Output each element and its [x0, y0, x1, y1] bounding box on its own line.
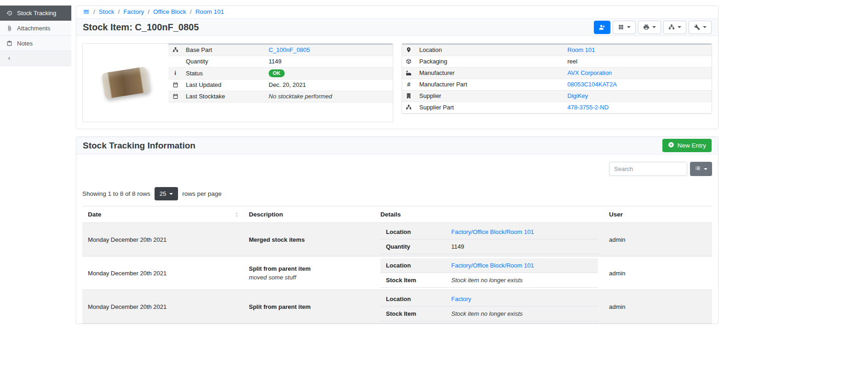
stock-item-panel: / Stock / Factory / Office Block / Room … — [76, 6, 719, 129]
column-select-button[interactable] — [690, 162, 712, 176]
column-header-user[interactable]: User — [604, 206, 712, 223]
new-entry-button[interactable]: New Entry — [662, 139, 712, 152]
breadcrumb-link-room-101[interactable]: Room 101 — [195, 8, 224, 15]
detail-row: Stock Item Stock item no longer exists — [380, 307, 598, 321]
detail-label: Stock Item — [380, 307, 446, 321]
sidebar: Stock Tracking Attachments Notes — [0, 6, 71, 66]
location-link[interactable]: Room 101 — [568, 46, 595, 53]
user-actions-button[interactable] — [594, 21, 610, 34]
sitemap-icon — [406, 104, 412, 111]
breadcrumb-link-factory[interactable]: Factory — [123, 8, 144, 15]
detail-location-link[interactable]: Factory/Office Block/Room 101 — [451, 228, 534, 235]
table-row: Monday December 20th 2021 Split from par… — [82, 256, 712, 290]
detail-row: Stock Item Stock item no longer exists — [380, 273, 598, 288]
tracking-description: Split from parent item — [249, 265, 369, 272]
kv-row-last-stocktake: Last Stocktake No stocktake performed — [168, 91, 393, 102]
quantity-value: 1149 — [265, 56, 393, 67]
menu-icon[interactable] — [83, 8, 90, 15]
tracking-user: admin — [604, 256, 712, 290]
kv-label: Packaging — [416, 56, 564, 67]
last-stocktake-value: No stocktake performed — [265, 91, 393, 102]
manufacturer-part-link[interactable]: 08053C104KAT2A — [568, 81, 617, 88]
kv-row-manufacturer-part: # Manufacturer Part 08053C104KAT2A — [402, 79, 712, 90]
sitemap-icon — [172, 46, 178, 53]
sidebar-item-attachments[interactable]: Attachments — [0, 21, 71, 36]
chevron-down-icon — [652, 26, 656, 28]
part-image[interactable] — [83, 44, 168, 122]
kv-row-last-updated: Last Updated Dec. 20, 2021 — [168, 79, 393, 91]
page-title: Stock Item: C_100nF_0805 — [83, 22, 199, 33]
map-pin-icon — [406, 46, 412, 53]
detail-value: Stock item no longer exists — [446, 307, 598, 321]
tracking-section-body: Showing 1 to 8 of 8 rows 25 rows per pag… — [76, 154, 718, 324]
detail-label: Location — [380, 258, 446, 273]
pagination-bar: Showing 1 to 8 of 8 rows 25 rows per pag… — [82, 187, 712, 200]
table-row: Monday December 20th 2021 Merged stock i… — [82, 223, 712, 256]
detail-location-link[interactable]: Factory — [451, 296, 471, 302]
search-input[interactable] — [609, 162, 687, 176]
column-header-label: Details — [380, 211, 401, 218]
page-size-value: 25 — [160, 190, 166, 197]
stock-actions-button[interactable] — [663, 21, 686, 34]
sort-icon — [234, 211, 240, 217]
chevron-down-icon — [627, 26, 631, 28]
breadcrumb-separator: / — [148, 8, 149, 15]
barcode-actions-button[interactable] — [613, 21, 636, 34]
kv-label: Quantity — [182, 56, 265, 67]
history-icon — [6, 10, 12, 16]
tracking-date: Monday December 20th 2021 — [82, 223, 243, 256]
column-header-label: User — [609, 211, 623, 218]
detail-value: Stock item no longer exists — [446, 273, 598, 288]
stock-item-summary-card: Base Part C_100nF_0805 Quantity 1149 i — [82, 43, 393, 122]
column-header-label: Date — [88, 211, 101, 218]
calendar-icon — [172, 93, 178, 100]
column-header-description[interactable]: Description — [243, 206, 375, 223]
sidebar-item-notes[interactable]: Notes — [0, 36, 71, 51]
tracking-description: Merged stock items — [249, 236, 369, 243]
kv-label: Supplier Part — [416, 102, 564, 113]
sidebar-collapse-button[interactable] — [0, 51, 71, 66]
print-actions-button[interactable] — [638, 21, 661, 34]
breadcrumb-link-office-block[interactable]: Office Block — [153, 8, 186, 15]
tracking-section-header: Stock Tracking Information New Entry — [76, 137, 718, 154]
page-size-button[interactable]: 25 — [155, 187, 178, 200]
detail-label: Location — [380, 292, 446, 307]
column-header-date[interactable]: Date — [82, 206, 243, 223]
kv-label: Manufacturer Part — [416, 79, 564, 90]
stock-item-details: Base Part C_100nF_0805 Quantity 1149 i — [76, 36, 718, 129]
supplier-link[interactable]: DigiKey — [568, 92, 588, 99]
kv-row-manufacturer: Manufacturer AVX Corporation — [402, 67, 712, 79]
breadcrumb-separator: / — [118, 8, 120, 15]
title-bar: Stock Item: C_100nF_0805 — [76, 18, 718, 36]
detail-label: Location — [380, 225, 446, 239]
supplier-part-link[interactable]: 478-3755-2-ND — [568, 104, 609, 111]
calendar-icon — [172, 81, 178, 88]
column-header-details[interactable]: Details — [375, 206, 604, 223]
hash-icon: # — [407, 81, 410, 88]
kv-row-supplier-part: Supplier Part 478-3755-2-ND — [402, 102, 712, 113]
kv-label: Location — [416, 44, 564, 56]
sidebar-item-stock-tracking[interactable]: Stock Tracking — [0, 6, 71, 21]
chevron-down-icon — [169, 193, 173, 195]
notes-icon — [6, 40, 12, 46]
toolbar — [594, 21, 712, 34]
chevron-down-icon — [678, 26, 681, 28]
chevron-left-icon — [6, 56, 12, 61]
kv-label: Manufacturer — [416, 67, 564, 79]
detail-location-link[interactable]: Factory/Office Block/Room 101 — [451, 262, 534, 269]
last-updated-value: Dec. 20, 2021 — [265, 79, 393, 91]
manufacturer-link[interactable]: AVX Corporation — [568, 69, 612, 76]
breadcrumb-link-stock[interactable]: Stock — [99, 8, 115, 15]
detail-sub-table: Location Factory/Office Block/Room 101 S… — [380, 258, 598, 288]
app-root: Stock Tracking Attachments Notes — [0, 0, 868, 324]
tracking-description: Split from parent item — [249, 303, 369, 310]
building-icon — [406, 92, 412, 99]
industry-icon — [406, 69, 412, 76]
kv-label: Base Part — [182, 44, 265, 56]
edit-actions-button[interactable] — [689, 21, 712, 34]
chevron-down-icon — [703, 26, 707, 28]
chevron-down-icon — [704, 168, 707, 170]
base-part-link[interactable]: C_100nF_0805 — [269, 46, 310, 53]
kv-label: Last Stocktake — [182, 91, 265, 102]
detail-row: Location Factory/Office Block/Room 101 — [380, 258, 598, 273]
